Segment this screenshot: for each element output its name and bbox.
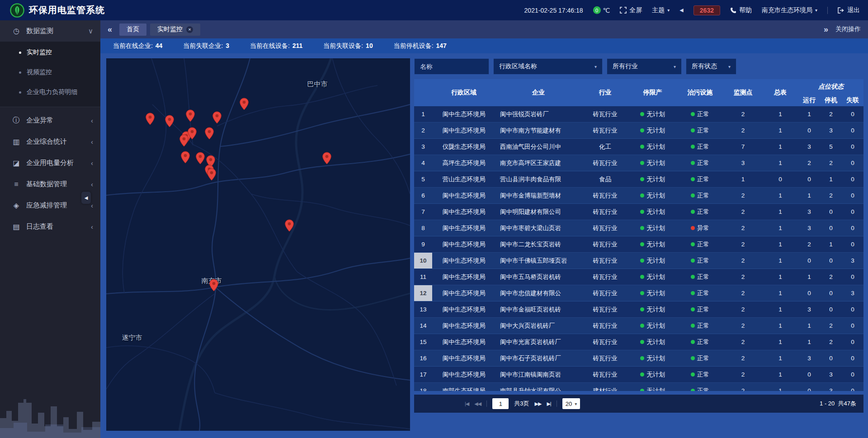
cell-number: 2 xyxy=(724,122,762,138)
map-pin-icon[interactable] xyxy=(322,152,332,166)
table-row[interactable]: 3仪陇生态环境局西南油气田分公司川中化工无计划正常71350 xyxy=(414,139,863,155)
cell-number: 2 xyxy=(724,350,762,366)
cell-company: 南充市高坪区王家店建 xyxy=(495,155,581,171)
tab-item[interactable]: 首页 xyxy=(119,24,146,36)
table-row[interactable]: 7阆中生态环境局阆中明阳建材有限公司砖瓦行业无计划正常21300 xyxy=(414,204,863,220)
name-search-input[interactable] xyxy=(414,58,489,75)
sidebar-subitem[interactable]: 实时监控 xyxy=(0,42,100,62)
tabs-scroll-left-icon[interactable]: « xyxy=(108,25,112,33)
page-prev-icon[interactable]: ◀◀ xyxy=(474,401,481,407)
green-dot-icon xyxy=(640,307,644,311)
help-button[interactable]: 帮助 xyxy=(730,6,752,14)
page-first-icon[interactable]: |◀ xyxy=(465,401,469,407)
sidebar-item-label: 企业用电量分析 xyxy=(26,159,74,167)
table-row[interactable]: 6阆中生态环境局阆中市金博瑞新型墙材砖瓦行业无计划正常21120 xyxy=(414,188,863,204)
map-pin-icon[interactable] xyxy=(209,279,219,293)
cell-industry: 砖瓦行业 xyxy=(581,367,629,382)
chevron-down-icon: ▾ xyxy=(667,8,670,13)
table-row[interactable]: 17阆中生态环境局阆中市江南镇阆南页岩砖瓦行业无计划正常21030 xyxy=(414,367,863,383)
map-pin-icon[interactable] xyxy=(181,151,190,165)
logout-button[interactable]: 退出 xyxy=(838,6,860,14)
page-last-icon[interactable]: ▶| xyxy=(547,401,551,407)
map-pin-icon[interactable] xyxy=(146,113,155,127)
table-row[interactable]: 2阆中生态环境局阆中市南方节能建材有砖瓦行业无计划正常21030 xyxy=(414,122,863,139)
status-select[interactable]: 所有状态 ▾ xyxy=(686,58,736,75)
table-row[interactable]: 11阆中生态环境局阆中市五马桥页岩机砖砖瓦行业无计划正常21120 xyxy=(414,269,863,285)
stat-value: 3 xyxy=(226,42,229,49)
map-pin-icon[interactable] xyxy=(285,219,294,234)
table-row[interactable]: 12阆中生态环境局阆中市忠信建材有限公砖瓦行业无计划正常21003 xyxy=(414,285,863,301)
page-number-input[interactable] xyxy=(492,398,509,409)
page-size-select[interactable]: 20 ▾ xyxy=(562,398,580,409)
region-select[interactable]: 行政区域名称 ▾ xyxy=(493,58,603,75)
map-pin-icon[interactable] xyxy=(205,127,214,141)
row-number: 15 xyxy=(414,334,432,350)
map-pin-icon[interactable] xyxy=(179,134,189,149)
green-dot-icon xyxy=(691,291,695,295)
table-row[interactable]: 4高坪生态环境局南充市高坪区王家店建砖瓦行业无计划正常31220 xyxy=(414,155,863,171)
stat-label: 当前停机设备: xyxy=(394,42,435,49)
tabs-scroll-right-icon[interactable]: » xyxy=(824,25,828,33)
sidebar-subitem[interactable]: 视频监控 xyxy=(0,62,100,82)
sidebar-item-power-usage-analysis[interactable]: ◪企业用电量分析‹ xyxy=(0,152,100,174)
cell-number: 3 xyxy=(820,383,842,391)
cell-number: 0 xyxy=(842,155,863,171)
cell-halt-status: 无计划 xyxy=(629,301,676,317)
table-row[interactable]: 9阆中生态环境局阆中市二龙长宝页岩砖砖瓦行业无计划正常21210 xyxy=(414,236,863,253)
cell-region: 阆中生态环境局 xyxy=(432,236,495,252)
map-panel[interactable]: 巴中市南充市遂宁市 xyxy=(106,58,410,431)
cell-number: 2 xyxy=(820,269,842,285)
cell-halt-status: 无计划 xyxy=(629,188,676,203)
table-row[interactable]: 1阆中生态环境局阆中强锐页岩砖厂砖瓦行业无计划正常21120 xyxy=(414,106,863,122)
table-row[interactable]: 14阆中生态环境局阆中大兴页岩机砖厂砖瓦行业无计划正常21120 xyxy=(414,318,863,334)
map-pin-icon[interactable] xyxy=(196,152,205,166)
halt-text: 无计划 xyxy=(646,159,665,167)
sidebar-item-data-monitoring[interactable]: ◷数据监测∨ xyxy=(0,20,100,42)
row-number: 17 xyxy=(414,367,432,382)
table-row[interactable]: 8阆中生态环境局阆中市枣碧大梁山页岩砖瓦行业无计划异常21300 xyxy=(414,220,863,236)
cell-number: 1 xyxy=(820,236,842,252)
row-number: 12 xyxy=(414,285,432,301)
close-operations-button[interactable]: 关闭操作 xyxy=(835,25,861,33)
sidebar-item-enterprise-statistics[interactable]: ▥企业综合统计‹ xyxy=(0,131,100,152)
table-row[interactable]: 16阆中生态环境局阆中市石子页岩机砖厂砖瓦行业无计划正常21300 xyxy=(414,350,863,367)
theme-dropdown[interactable]: 主题 ▾ xyxy=(652,6,670,14)
industry-select[interactable]: 所有行业 ▾ xyxy=(607,58,682,75)
sidebar-subitem[interactable]: 企业电力负荷明细 xyxy=(0,82,100,102)
table-row[interactable]: 5营山生态环境局营山县润丰肉食品有限食品无计划正常10010 xyxy=(414,171,863,188)
facility-text: 正常 xyxy=(697,127,709,135)
cell-number: 2 xyxy=(724,220,762,236)
map-pin-icon[interactable] xyxy=(212,111,222,126)
sidebar-item-log-view[interactable]: ▤日志查看‹ xyxy=(0,216,100,237)
marquee-prev-icon[interactable]: ◀ xyxy=(679,7,683,13)
map-pin-icon[interactable] xyxy=(186,109,195,124)
table-row[interactable]: 15阆中生态环境局阆中市光富页岩机砖厂砖瓦行业无计划正常21120 xyxy=(414,334,863,350)
map-pin-icon[interactable] xyxy=(207,168,217,183)
cell-industry: 砖瓦行业 xyxy=(581,350,629,366)
cell-number: 1 xyxy=(762,139,798,155)
sidebar-item-label: 日志查看 xyxy=(26,222,53,231)
page-next-icon[interactable]: ▶▶ xyxy=(534,401,541,407)
map-pin-icon[interactable] xyxy=(188,127,197,141)
fullscreen-button[interactable]: 全屏 xyxy=(620,6,642,14)
cell-region: 阆中生态环境局 xyxy=(432,367,495,382)
org-dropdown[interactable]: 南充市生态环境局 ▾ xyxy=(762,6,817,14)
row-number: 14 xyxy=(414,318,432,334)
table-row[interactable]: 10阆中生态环境局阆中市千佛镇五郎垭页岩砖瓦行业无计划正常21003 xyxy=(414,253,863,269)
tab-item[interactable]: 实时监控× xyxy=(150,24,200,36)
facility-text: 正常 xyxy=(697,192,709,200)
alarm-count-badge[interactable]: 2632 xyxy=(693,5,720,15)
table-row[interactable]: 13阆中生态环境局阆中市金福旺页岩机砖砖瓦行业无计划正常21300 xyxy=(414,301,863,318)
cell-company: 阆中市石子页岩机砖厂 xyxy=(495,350,581,366)
sidebar-collapse-toggle[interactable]: ◀ xyxy=(81,192,91,204)
region-select-value: 行政区域名称 xyxy=(499,62,537,71)
map-pin-icon[interactable] xyxy=(165,115,175,129)
green-dot-icon xyxy=(640,112,644,116)
col-subheader: 运行 xyxy=(798,94,820,106)
tab-close-icon[interactable]: × xyxy=(186,26,193,33)
chevron-left-icon: ‹ xyxy=(91,223,93,231)
map-pin-icon[interactable] xyxy=(240,98,249,112)
range-label: 1 - 20 xyxy=(820,400,835,407)
table-row[interactable]: 18南部生态环境局南部县升钟水泥有限公建材行业无计划正常21030 xyxy=(414,383,863,391)
sidebar-item-enterprise-abnormal[interactable]: ⓘ企业异常‹ xyxy=(0,110,100,131)
